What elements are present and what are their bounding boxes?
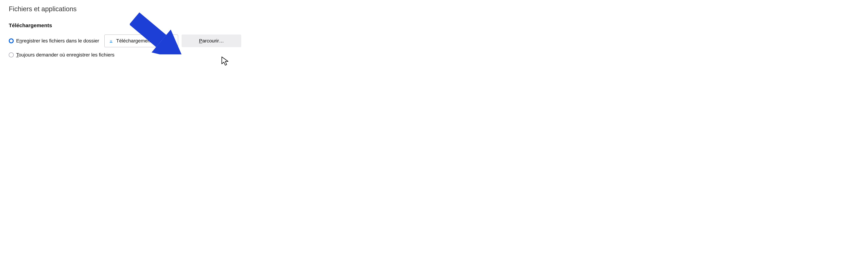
save-folder-row: Enregistrer les fichiers dans le dossier… xyxy=(9,35,859,47)
svg-rect-0 xyxy=(110,42,113,43)
radio-save-label: Enregistrer les fichiers dans le dossier xyxy=(16,38,99,44)
download-folder-name: Téléchargements xyxy=(116,38,154,44)
browse-button-label: Parcourir… xyxy=(199,38,224,44)
downloads-title: Téléchargements xyxy=(9,23,859,28)
section-title: Fichiers et applications xyxy=(9,5,859,13)
radio-save-to-folder[interactable]: Enregistrer les fichiers dans le dossier xyxy=(9,38,99,44)
radio-always-ask[interactable]: Toujours demander où enregistrer les fic… xyxy=(9,52,115,58)
radio-unselected-icon xyxy=(9,53,14,57)
always-ask-row: Toujours demander où enregistrer les fic… xyxy=(9,52,859,58)
radio-selected-icon xyxy=(9,38,14,43)
cursor-icon xyxy=(221,56,229,67)
radio-ask-label: Toujours demander où enregistrer les fic… xyxy=(16,52,115,58)
browse-button[interactable]: Parcourir… xyxy=(182,35,241,47)
download-folder-field[interactable]: Téléchargements xyxy=(104,35,178,47)
download-arrow-icon xyxy=(109,39,113,43)
